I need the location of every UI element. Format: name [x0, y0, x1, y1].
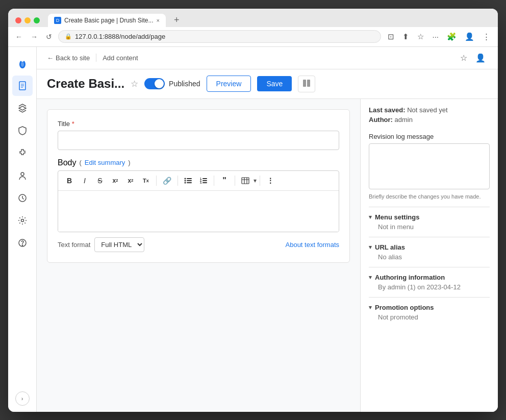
link-button[interactable]: 🔗 [160, 175, 174, 187]
sidebar-item-puzzle[interactable] [12, 143, 33, 163]
authoring-header[interactable]: ▾ Authoring information [369, 274, 490, 281]
toolbar-actions: ⊡ ⬆ ☆ ··· 🧩 👤 ⋮ [385, 30, 493, 43]
drupal-logo-icon [16, 57, 29, 69]
svg-rect-25 [203, 182, 207, 183]
close-traffic-light[interactable] [15, 17, 21, 23]
menu-icon[interactable]: ⋮ [480, 30, 493, 43]
tab-favicon: D [54, 17, 61, 24]
about-text-formats-link[interactable]: About text formats [286, 241, 340, 249]
url-alias-accordion: ▾ URL alias No alias [369, 237, 490, 267]
browser-toolbar: ← → ↺ 🔒 127.0.0.1:8888/node/add/page ⊡ ⬆… [8, 27, 498, 47]
add-content-link[interactable]: Add content [103, 54, 138, 62]
ordered-list-button[interactable]: 1. 2. 3. [196, 175, 211, 186]
right-sidebar: Last saved: Not saved yet Author: admin … [360, 99, 498, 412]
toolbar-separator-3 [214, 176, 214, 186]
share-icon[interactable]: ⬆ [400, 30, 412, 43]
ul-icon [184, 177, 192, 184]
tab-close-button[interactable]: × [157, 17, 160, 23]
preview-button[interactable]: Preview [207, 76, 251, 92]
address-bar[interactable]: 🔒 127.0.0.1:8888/node/add/page [58, 30, 381, 43]
revision-log-label: Revision log message [369, 133, 490, 140]
sidebar-item-shield[interactable] [12, 120, 33, 141]
extensions-icon[interactable]: 🧩 [444, 30, 459, 43]
save-button[interactable]: Save [257, 76, 292, 91]
edit-summary-link[interactable]: Edit summary [85, 159, 125, 166]
title-label-text: Title [58, 120, 70, 128]
cast-icon[interactable]: ⊡ [385, 30, 397, 43]
svg-rect-23 [203, 180, 207, 181]
reload-button[interactable]: ↺ [44, 31, 54, 43]
published-toggle[interactable] [144, 78, 165, 89]
back-arrow-icon: ← [47, 54, 54, 62]
back-button[interactable]: ← [13, 31, 24, 43]
url-alias-header[interactable]: ▾ URL alias [369, 243, 490, 251]
bold-button[interactable]: B [62, 175, 77, 187]
authoring-accordion: ▾ Authoring information By admin (1) on … [369, 267, 490, 297]
table-dropdown-icon[interactable]: ▾ [254, 177, 257, 184]
url-alias-body: No alias [369, 253, 490, 261]
subscript-button[interactable]: x2 [123, 175, 138, 186]
promotion-accordion: ▾ Promotion options Not promoted [369, 297, 490, 327]
minimize-traffic-light[interactable] [24, 17, 31, 23]
sidebar-expand-button[interactable]: › [15, 391, 30, 406]
sidebar: › [8, 47, 37, 412]
svg-rect-26 [242, 178, 249, 184]
fullscreen-traffic-light[interactable] [34, 17, 40, 23]
body-label-paren: ( [79, 159, 81, 166]
bookmark-page-button[interactable]: ☆ [458, 51, 469, 65]
svg-rect-13 [307, 80, 310, 87]
browser-tab[interactable]: D Create Basic page | Drush Site... × [48, 14, 166, 27]
sidebar-item-help[interactable] [12, 233, 33, 253]
last-saved-line: Last saved: Not saved yet [369, 106, 490, 114]
meta-info: Last saved: Not saved yet Author: admin [369, 106, 490, 126]
last-saved-label: Last saved: [369, 106, 406, 114]
sidebar-item-layers[interactable] [12, 98, 33, 118]
page-title: Create Basi... [47, 77, 124, 91]
italic-button[interactable]: I [78, 175, 92, 187]
favorite-button[interactable]: ☆ [131, 79, 138, 89]
promotion-header[interactable]: ▾ Promotion options [369, 304, 490, 311]
new-tab-button[interactable]: + [170, 15, 184, 26]
strikethrough-button[interactable]: S [93, 175, 107, 187]
puzzle-icon [17, 148, 28, 158]
body-label-row: Body ( Edit summary ) [58, 158, 339, 167]
sidebar-item-pages[interactable] [12, 76, 33, 96]
back-to-site-link[interactable]: ← Back to site [47, 54, 90, 62]
editor-content-area[interactable] [58, 191, 339, 232]
more-icon[interactable]: ··· [429, 30, 441, 43]
revision-log-textarea[interactable] [369, 143, 490, 189]
sidebar-item-settings[interactable] [12, 210, 33, 231]
sidebar-item-clock[interactable] [12, 188, 33, 208]
help-icon [17, 238, 28, 248]
more-options-button[interactable]: ⋮ [263, 175, 277, 187]
revision-hint-text: Briefly describe the changes you have ma… [369, 193, 490, 200]
text-format-select[interactable]: Full HTML [94, 237, 144, 252]
layout-toggle-button[interactable] [298, 76, 315, 92]
authoring-body: By admin (1) on 2023-04-12 [369, 283, 490, 291]
author-label: Author: [369, 116, 393, 123]
profile-icon[interactable]: 👤 [462, 30, 477, 43]
superscript-button[interactable]: x2 [108, 175, 122, 186]
svg-point-16 [185, 180, 186, 181]
toolbar-separator-1 [156, 176, 157, 186]
unordered-list-button[interactable] [181, 175, 195, 186]
user-menu-button[interactable]: 👤 [473, 51, 488, 65]
back-to-site-label: Back to site [56, 54, 90, 62]
sidebar-logo[interactable] [12, 53, 33, 73]
top-bar-divider [96, 54, 96, 62]
table-button[interactable] [238, 175, 252, 186]
form-content: Title * Body ( Edit summary ) [37, 99, 360, 412]
blockquote-button[interactable]: " [217, 174, 232, 187]
title-input[interactable] [58, 131, 339, 150]
bookmark-icon[interactable]: ☆ [415, 30, 426, 43]
editor-toolbar: B I S x2 x2 Tx 🔗 [58, 171, 339, 191]
forward-button[interactable]: → [29, 31, 40, 43]
browser-controls: D Create Basic page | Drush Site... × + [15, 14, 491, 27]
clear-format-button[interactable]: Tx [139, 176, 153, 186]
sidebar-item-person[interactable] [12, 165, 33, 186]
svg-rect-21 [203, 178, 207, 179]
browser-titlebar: D Create Basic page | Drush Site... × + [8, 9, 498, 27]
title-required-marker: * [72, 120, 74, 128]
menu-settings-header[interactable]: ▾ Menu settings [369, 213, 490, 221]
page-header: Create Basi... ☆ Published Preview Save [37, 69, 498, 99]
